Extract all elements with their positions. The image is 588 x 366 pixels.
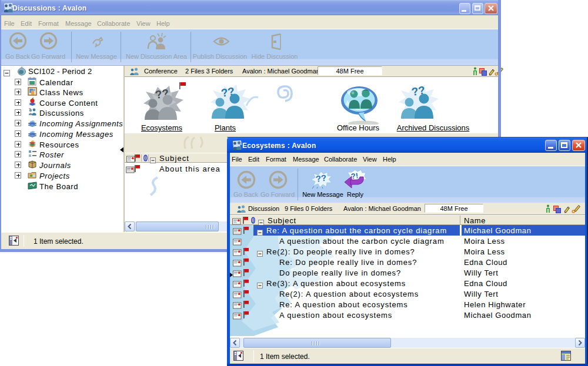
svg-text:??: ??: [315, 173, 328, 184]
